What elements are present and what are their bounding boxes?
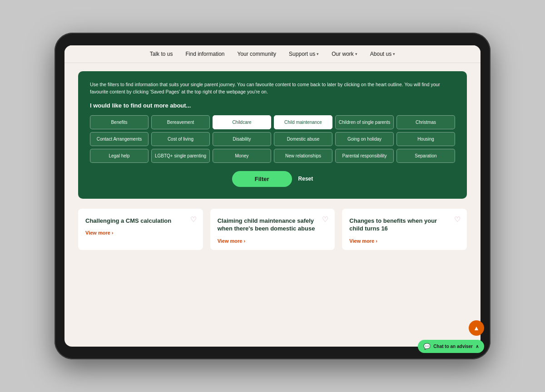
nav-talk-to-us[interactable]: Talk to us [150, 51, 173, 57]
filter-btn-going-on-holiday[interactable]: Going on holiday [335, 132, 394, 146]
main-content: Use the filters to find information that… [64, 63, 481, 347]
filter-btn-money[interactable]: Money [213, 149, 271, 163]
heart-icon-1[interactable]: ♡ [322, 215, 328, 224]
card-1: ♡ Claiming child maintenance safely when… [210, 209, 335, 250]
filter-btn-children-single-parents[interactable]: Children of single parents [335, 115, 394, 129]
filter-actions: Filter Reset [90, 171, 455, 187]
filter-heading: I would like to find out more about... [90, 102, 455, 109]
filter-btn-separation[interactable]: Separation [396, 149, 455, 163]
filter-submit-button[interactable]: Filter [232, 171, 292, 187]
filter-btn-bereavement[interactable]: Bereavement [151, 115, 210, 129]
navigation: Talk to us Find information Your communi… [64, 45, 481, 63]
card-title-1: Claiming child maintenance safely when t… [218, 217, 328, 233]
scroll-to-top-button[interactable]: ▲ [469, 320, 481, 336]
filter-reset-button[interactable]: Reset [298, 176, 313, 182]
card-title-2: Changes to benefits when your child turn… [349, 217, 460, 233]
card-title-0: Challenging a CMS calculation [85, 217, 196, 225]
card-0: ♡ Challenging a CMS calculation View mor… [78, 209, 203, 250]
card-link-0[interactable]: View more › [85, 230, 196, 235]
chat-adviser-button[interactable]: 💬 Chat to an adviser ∧ [418, 340, 481, 347]
filter-btn-housing[interactable]: Housing [396, 132, 455, 146]
filter-btn-legal-help[interactable]: Legal help [90, 149, 149, 163]
heart-icon-0[interactable]: ♡ [190, 215, 197, 224]
tablet-screen: Talk to us Find information Your communi… [64, 45, 481, 347]
filter-btn-contact-arrangements[interactable]: Contact Arrangements [90, 132, 149, 146]
nav-find-information[interactable]: Find information [185, 51, 224, 57]
filter-btn-parental-responsibility[interactable]: Parental responsibility [335, 149, 394, 163]
nav-your-community[interactable]: Your community [238, 51, 277, 57]
cards-grid: ♡ Challenging a CMS calculation View mor… [78, 209, 467, 250]
chat-icon: 💬 [423, 343, 431, 347]
card-link-2[interactable]: View more › [349, 238, 460, 244]
filter-btn-child-maintenance[interactable]: Child maintenance [274, 115, 332, 129]
arrow-icon: › [376, 238, 377, 244]
chevron-down-icon: ▾ [355, 52, 357, 56]
chat-label: Chat to an adviser [433, 344, 473, 347]
filter-btn-cost-of-living[interactable]: Cost of living [151, 132, 210, 146]
arrow-icon: › [112, 230, 114, 235]
chat-chevron-icon: ∧ [476, 344, 479, 347]
card-link-1[interactable]: View more › [218, 238, 328, 244]
filter-btn-disability[interactable]: Disability [213, 132, 271, 146]
nav-support-us[interactable]: Support us ▾ [289, 51, 319, 57]
filter-btn-benefits[interactable]: Benefits [90, 115, 149, 129]
chevron-down-icon: ▾ [317, 52, 319, 56]
filter-grid: Benefits Bereavement Childcare Child mai… [90, 115, 455, 163]
card-2: ♡ Changes to benefits when your child tu… [342, 209, 467, 250]
arrow-icon: › [243, 238, 245, 244]
filter-btn-christmas[interactable]: Christmas [396, 115, 455, 129]
filter-description: Use the filters to find information that… [90, 81, 455, 96]
chevron-down-icon: ▾ [393, 52, 395, 56]
heart-icon-2[interactable]: ♡ [454, 215, 461, 224]
tablet-frame: Talk to us Find information Your communi… [54, 33, 490, 359]
nav-our-work[interactable]: Our work ▾ [332, 51, 357, 57]
filter-btn-lgbtq[interactable]: LGBTQ+ single parenting [151, 149, 210, 163]
filter-btn-domestic-abuse[interactable]: Domestic abuse [274, 132, 332, 146]
filter-box: Use the filters to find information that… [78, 71, 467, 199]
filter-btn-new-relationships[interactable]: New relationships [274, 149, 332, 163]
nav-about-us[interactable]: About us ▾ [370, 51, 395, 57]
filter-btn-childcare[interactable]: Childcare [213, 115, 271, 129]
